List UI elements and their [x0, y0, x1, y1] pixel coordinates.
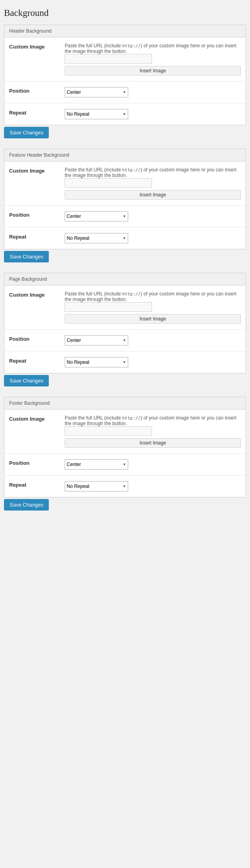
insert-image-button-footer-background[interactable]: Insert Image [65, 438, 241, 448]
http-code-footer-background: http:// [122, 416, 140, 421]
repeat-content-header-background: No RepeatRepeatRepeat-XRepeat-Y [65, 109, 241, 119]
custom-image-content-footer-background: Paste the full URL (include http://) of … [65, 415, 241, 448]
section-header-footer-background: Footer Background [4, 397, 246, 410]
repeat-label-footer-background: Repeat [9, 481, 65, 488]
section-box-feature-header-background: Feature Header Background Custom Image P… [4, 149, 246, 249]
section-header-feature-header-background: Feature Header Background [4, 149, 246, 161]
custom-image-row-header-background: Custom Image Paste the full URL (include… [4, 37, 246, 82]
position-label-footer-background: Position [9, 459, 65, 466]
position-select-container-footer-background: CenterLeftRight [65, 459, 128, 470]
position-label-header-background: Position [9, 87, 65, 94]
custom-image-row-feature-header-background: Custom Image Paste the full URL (include… [4, 161, 246, 206]
repeat-row-footer-background: Repeat No RepeatRepeatRepeat-XRepeat-Y [4, 476, 246, 497]
section-footer-background: Footer Background Custom Image Paste the… [4, 397, 246, 514]
custom-image-content-feature-header-background: Paste the full URL (include http://) of … [65, 167, 241, 200]
section-header-background: Header Background Custom Image Paste the… [4, 25, 246, 142]
repeat-row-feature-header-background: Repeat No RepeatRepeatRepeat-XRepeat-Y [4, 227, 246, 249]
custom-image-description-page-background: Paste the full URL (include http://) of … [65, 291, 241, 302]
save-changes-button-page-background[interactable]: Save Changes [4, 375, 49, 386]
section-header-page-background: Page Background [4, 273, 246, 285]
url-input-page-background[interactable] [65, 302, 152, 312]
http-code-header-background: http:// [122, 43, 140, 49]
position-select-footer-background[interactable]: CenterLeftRight [65, 459, 128, 470]
custom-image-label-feature-header-background: Custom Image [9, 167, 65, 174]
section-page-background: Page Background Custom Image Paste the f… [4, 273, 246, 390]
position-content-header-background: CenterLeftRight [65, 87, 241, 97]
custom-image-content-header-background: Paste the full URL (include http://) of … [65, 43, 241, 76]
custom-image-label-footer-background: Custom Image [9, 415, 65, 422]
custom-image-description-feature-header-background: Paste the full URL (include http://) of … [65, 167, 241, 178]
position-content-footer-background: CenterLeftRight [65, 459, 241, 470]
position-label-page-background: Position [9, 335, 65, 342]
insert-image-button-feature-header-background[interactable]: Insert Image [65, 190, 241, 200]
page-title: Background [4, 8, 246, 18]
custom-image-description-footer-background: Paste the full URL (include http://) of … [65, 415, 241, 426]
url-input-feature-header-background[interactable] [65, 178, 152, 188]
position-select-container-header-background: CenterLeftRight [65, 87, 128, 97]
position-select-container-feature-header-background: CenterLeftRight [65, 211, 128, 221]
position-label-feature-header-background: Position [9, 211, 65, 218]
position-content-page-background: CenterLeftRight [65, 335, 241, 346]
section-box-page-background: Page Background Custom Image Paste the f… [4, 273, 246, 373]
position-select-header-background[interactable]: CenterLeftRight [65, 87, 128, 97]
position-select-container-page-background: CenterLeftRight [65, 335, 128, 346]
repeat-content-feature-header-background: No RepeatRepeatRepeat-XRepeat-Y [65, 233, 241, 243]
repeat-content-footer-background: No RepeatRepeatRepeat-XRepeat-Y [65, 481, 241, 491]
section-header-header-background: Header Background [4, 25, 246, 37]
repeat-row-header-background: Repeat No RepeatRepeatRepeat-XRepeat-Y [4, 103, 246, 125]
position-select-page-background[interactable]: CenterLeftRight [65, 335, 128, 346]
repeat-label-page-background: Repeat [9, 357, 65, 364]
repeat-select-container-feature-header-background: No RepeatRepeatRepeat-XRepeat-Y [65, 233, 128, 243]
position-row-footer-background: Position CenterLeftRight [4, 454, 246, 476]
insert-image-button-header-background[interactable]: Insert Image [65, 66, 241, 76]
position-row-feature-header-background: Position CenterLeftRight [4, 206, 246, 227]
insert-image-button-page-background[interactable]: Insert Image [65, 314, 241, 324]
repeat-select-header-background[interactable]: No RepeatRepeatRepeat-XRepeat-Y [65, 109, 128, 119]
url-input-footer-background[interactable] [65, 426, 152, 436]
position-row-page-background: Position CenterLeftRight [4, 330, 246, 351]
http-code-page-background: http:// [122, 291, 140, 297]
http-code-feature-header-background: http:// [122, 167, 140, 173]
repeat-select-container-footer-background: No RepeatRepeatRepeat-XRepeat-Y [65, 481, 128, 491]
save-changes-button-feature-header-background[interactable]: Save Changes [4, 251, 49, 262]
custom-image-row-page-background: Custom Image Paste the full URL (include… [4, 285, 246, 330]
repeat-label-header-background: Repeat [9, 109, 65, 116]
custom-image-row-footer-background: Custom Image Paste the full URL (include… [4, 410, 246, 454]
section-feature-header-background: Feature Header Background Custom Image P… [4, 149, 246, 266]
repeat-select-feature-header-background[interactable]: No RepeatRepeatRepeat-XRepeat-Y [65, 233, 128, 243]
custom-image-content-page-background: Paste the full URL (include http://) of … [65, 291, 241, 324]
repeat-select-footer-background[interactable]: No RepeatRepeatRepeat-XRepeat-Y [65, 481, 128, 491]
section-box-header-background: Header Background Custom Image Paste the… [4, 25, 246, 125]
position-select-feature-header-background[interactable]: CenterLeftRight [65, 211, 128, 221]
save-changes-button-header-background[interactable]: Save Changes [4, 127, 49, 138]
position-content-feature-header-background: CenterLeftRight [65, 211, 241, 221]
custom-image-label-header-background: Custom Image [9, 43, 65, 50]
position-row-header-background: Position CenterLeftRight [4, 82, 246, 103]
url-input-header-background[interactable] [65, 54, 152, 64]
custom-image-description-header-background: Paste the full URL (include http://) of … [65, 43, 241, 54]
repeat-select-container-page-background: No RepeatRepeatRepeat-XRepeat-Y [65, 357, 128, 367]
repeat-select-page-background[interactable]: No RepeatRepeatRepeat-XRepeat-Y [65, 357, 128, 367]
save-changes-button-footer-background[interactable]: Save Changes [4, 499, 49, 511]
repeat-select-container-header-background: No RepeatRepeatRepeat-XRepeat-Y [65, 109, 128, 119]
repeat-content-page-background: No RepeatRepeatRepeat-XRepeat-Y [65, 357, 241, 367]
repeat-label-feature-header-background: Repeat [9, 233, 65, 240]
section-box-footer-background: Footer Background Custom Image Paste the… [4, 397, 246, 497]
custom-image-label-page-background: Custom Image [9, 291, 65, 298]
repeat-row-page-background: Repeat No RepeatRepeatRepeat-XRepeat-Y [4, 351, 246, 373]
